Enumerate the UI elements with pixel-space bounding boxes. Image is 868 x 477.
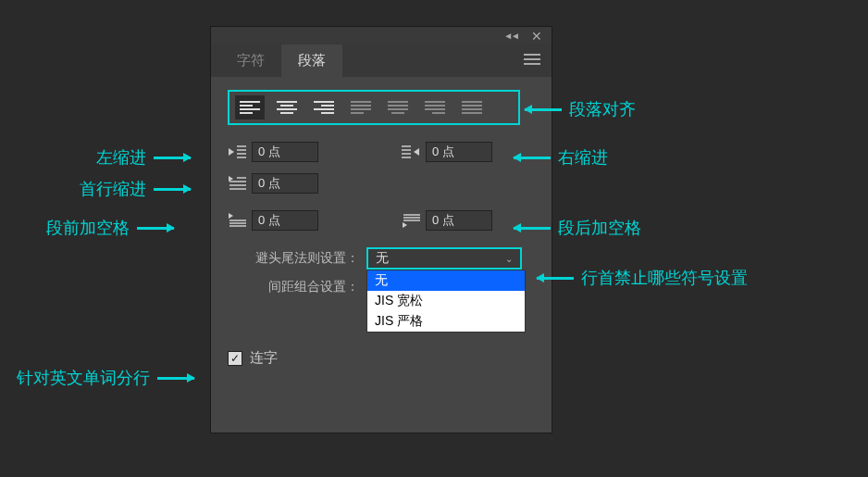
space-before-input[interactable] xyxy=(252,210,318,231)
first-line-row xyxy=(211,173,552,194)
kinsoku-dropdown: 无 JIS 宽松 JIS 严格 xyxy=(366,270,526,333)
kinsoku-label: 避头尾法则设置： xyxy=(228,250,366,267)
align-right-button[interactable] xyxy=(309,95,339,119)
tab-character[interactable]: 字符 xyxy=(220,44,281,77)
alignment-group xyxy=(228,90,520,125)
justify-left-button[interactable] xyxy=(346,95,376,119)
tab-paragraph[interactable]: 段落 xyxy=(281,44,342,77)
right-indent-input[interactable] xyxy=(426,142,492,162)
annot-first-line: 首行缩进 xyxy=(80,178,191,200)
dropdown-option-none[interactable]: 无 xyxy=(367,270,525,291)
right-indent-icon xyxy=(402,144,420,159)
spacing-row xyxy=(211,210,552,231)
panel-menu-icon[interactable] xyxy=(524,53,540,66)
annot-left-indent: 左缩进 xyxy=(96,146,191,169)
left-indent-input[interactable] xyxy=(252,142,318,162)
tab-bar: 字符 段落 xyxy=(211,44,552,77)
justify-right-button[interactable] xyxy=(420,95,450,119)
justify-all-button[interactable] xyxy=(457,95,487,119)
kinsoku-value: 无 xyxy=(376,250,389,267)
space-before-icon xyxy=(228,213,246,228)
kinsoku-select[interactable]: 无 ⌄ 无 JIS 宽松 JIS 严格 xyxy=(366,247,522,270)
spacing-combo-label: 间距组合设置： xyxy=(228,279,366,295)
hyphenate-row: ✓ 连字 xyxy=(211,349,552,367)
panel-titlebar: ◄◄ ✕ xyxy=(211,27,552,44)
align-center-button[interactable] xyxy=(272,95,302,119)
paragraph-panel: ◄◄ ✕ 字符 段落 xyxy=(210,26,552,433)
close-icon[interactable]: ✕ xyxy=(531,29,542,44)
kinsoku-row: 避头尾法则设置： 无 ⌄ 无 JIS 宽松 JIS 严格 xyxy=(211,247,552,270)
first-line-field xyxy=(228,173,318,194)
right-indent-field xyxy=(402,142,492,162)
hyphenate-label: 连字 xyxy=(250,349,278,367)
space-after-icon xyxy=(402,213,420,228)
justify-center-button[interactable] xyxy=(383,95,413,119)
space-before-field xyxy=(228,210,318,231)
chevron-down-icon: ⌄ xyxy=(505,254,513,264)
collapse-icon[interactable]: ◄◄ xyxy=(503,31,518,41)
dropdown-option-jis-loose[interactable]: JIS 宽松 xyxy=(367,291,525,311)
first-line-input[interactable] xyxy=(252,173,318,194)
annot-hyphenate: 针对英文单词分行 xyxy=(17,367,194,389)
annot-space-before: 段前加空格 xyxy=(46,217,174,239)
left-indent-field xyxy=(228,142,318,162)
first-line-indent-icon xyxy=(228,176,246,191)
annot-space-after: 段后加空格 xyxy=(514,217,641,239)
annot-alignment: 段落对齐 xyxy=(525,98,636,120)
space-after-input[interactable] xyxy=(426,210,492,231)
annot-kinsoku: 行首禁止哪些符号设置 xyxy=(537,267,748,289)
left-indent-icon xyxy=(228,144,246,159)
align-left-button[interactable] xyxy=(235,95,265,119)
indent-row xyxy=(211,142,552,162)
space-after-field xyxy=(402,210,492,231)
dropdown-option-jis-strict[interactable]: JIS 严格 xyxy=(367,311,525,332)
hyphenate-checkbox[interactable]: ✓ xyxy=(228,351,242,366)
annot-right-indent: 右缩进 xyxy=(514,146,608,169)
